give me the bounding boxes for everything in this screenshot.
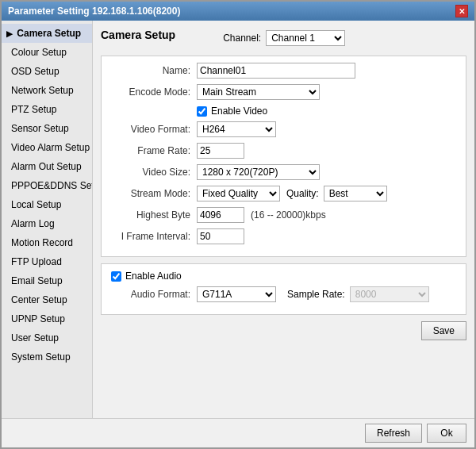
sidebar-item-upnp-setup[interactable]: UPNP Setup <box>2 309 92 328</box>
sidebar-item-sensor-setup[interactable]: Sensor Setup <box>2 119 92 138</box>
audio-format-label: Audio Format: <box>111 289 190 300</box>
video-format-row: Video Format: H264 <box>111 121 456 137</box>
content-area: ▶ Camera Setup Colour Setup OSD Setup Ne… <box>2 21 474 418</box>
frame-rate-label: Frame Rate: <box>111 145 190 156</box>
sidebar-item-local-setup[interactable]: Local Setup <box>2 195 92 214</box>
enable-audio-label: Enable Audio <box>125 271 182 282</box>
panel-title: Camera Setup <box>101 29 175 41</box>
name-input[interactable] <box>197 63 355 79</box>
enable-video-label: Enable Video <box>211 106 267 117</box>
channel-label: Channel: <box>223 33 261 44</box>
sidebar-item-video-alarm-setup[interactable]: Video Alarm Setup <box>2 138 92 157</box>
close-button[interactable]: ✕ <box>455 5 468 17</box>
enable-audio-row: Enable Audio <box>111 271 456 282</box>
sidebar-item-camera-setup[interactable]: ▶ Camera Setup <box>2 24 92 43</box>
name-row: Name: <box>111 63 456 79</box>
highest-byte-label: Highest Byte <box>111 209 190 221</box>
sample-rate-label: Sample Rate: <box>287 289 345 300</box>
audio-format-row: Audio Format: G711A Sample Rate: 8000 <box>111 286 456 302</box>
iframe-interval-label: I Frame Interval: <box>111 231 190 242</box>
ok-button[interactable]: Ok <box>427 424 466 443</box>
highest-byte-unit: (16 -- 20000)kbps <box>251 209 326 221</box>
sidebar-item-ftp-upload[interactable]: FTP Upload <box>2 252 92 271</box>
frame-rate-input[interactable] <box>197 143 244 159</box>
stream-mode-quality-group: Fixed Quality Quality: Best <box>197 186 387 201</box>
bottom-bar: Refresh Ok <box>2 418 474 447</box>
sidebar-item-ptz-setup[interactable]: PTZ Setup <box>2 100 92 119</box>
stream-mode-label: Stream Mode: <box>111 188 190 199</box>
sidebar-item-colour-setup[interactable]: Colour Setup <box>2 43 92 62</box>
encode-mode-row: Encode Mode: Main Stream <box>111 84 456 100</box>
sidebar-item-osd-setup[interactable]: OSD Setup <box>2 62 92 81</box>
enable-audio-checkbox[interactable] <box>111 271 121 282</box>
stream-mode-row: Stream Mode: Fixed Quality Quality: Best <box>111 186 456 201</box>
encode-mode-select[interactable]: Main Stream <box>197 84 320 100</box>
video-size-select[interactable]: 1280 x 720(720P) <box>197 164 320 180</box>
highest-byte-row: Highest Byte (16 -- 20000)kbps <box>111 207 456 223</box>
arrow-icon: ▶ <box>6 29 13 38</box>
frame-rate-row: Frame Rate: <box>111 143 456 159</box>
sidebar-item-alarm-log[interactable]: Alarm Log <box>2 214 92 233</box>
audio-format-select[interactable]: G711A <box>197 286 276 302</box>
audio-section: Enable Audio Audio Format: G711A Sample … <box>101 263 466 315</box>
enable-video-row: Enable Video <box>197 106 456 117</box>
sidebar-item-pppoe-ddns-setup[interactable]: PPPOE&DDNS Setup <box>2 176 92 195</box>
sidebar-item-system-setup[interactable]: System Setup <box>2 347 92 366</box>
quality-label: Quality: <box>286 188 319 199</box>
sample-rate-select: 8000 <box>350 286 429 302</box>
window-title: Parameter Setting 192.168.1.106(8200) <box>8 6 180 17</box>
panel-header: Camera Setup Channel: Channel 1 <box>101 29 466 48</box>
highest-byte-input[interactable] <box>197 207 244 223</box>
name-label: Name: <box>111 65 190 76</box>
sidebar: ▶ Camera Setup Colour Setup OSD Setup Ne… <box>2 21 93 418</box>
iframe-interval-row: I Frame Interval: <box>111 228 456 244</box>
video-size-row: Video Size: 1280 x 720(720P) <box>111 164 456 180</box>
save-row: Save <box>101 321 466 340</box>
enable-video-checkbox[interactable] <box>197 106 207 117</box>
sidebar-item-motion-record[interactable]: Motion Record <box>2 233 92 252</box>
sidebar-item-email-setup[interactable]: Email Setup <box>2 271 92 290</box>
title-bar: Parameter Setting 192.168.1.106(8200) ✕ <box>2 2 474 21</box>
save-button[interactable]: Save <box>421 321 466 340</box>
sidebar-item-user-setup[interactable]: User Setup <box>2 328 92 347</box>
main-panel: Camera Setup Channel: Channel 1 Name: En… <box>93 21 474 418</box>
quality-select[interactable]: Best <box>324 186 387 201</box>
sidebar-item-alarm-out-setup[interactable]: Alarm Out Setup <box>2 157 92 176</box>
stream-mode-select[interactable]: Fixed Quality <box>197 186 280 201</box>
main-window: Parameter Setting 192.168.1.106(8200) ✕ … <box>0 0 476 449</box>
sidebar-item-network-setup[interactable]: Network Setup <box>2 81 92 100</box>
channel-select[interactable]: Channel 1 <box>266 30 345 46</box>
encode-mode-label: Encode Mode: <box>111 86 190 98</box>
sidebar-item-center-setup[interactable]: Center Setup <box>2 290 92 309</box>
refresh-button[interactable]: Refresh <box>365 424 422 443</box>
form-section-main: Name: Encode Mode: Main Stream Enable Vi… <box>101 56 466 257</box>
iframe-interval-input[interactable] <box>197 228 244 244</box>
video-format-select[interactable]: H264 <box>197 121 276 137</box>
video-format-label: Video Format: <box>111 124 190 135</box>
video-size-label: Video Size: <box>111 167 190 178</box>
